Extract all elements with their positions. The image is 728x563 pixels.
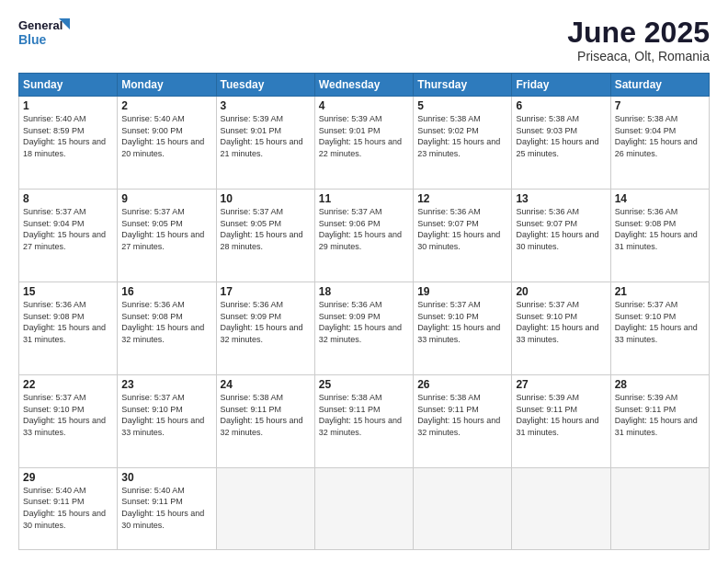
calendar-cell: 13Sunrise: 5:36 AMSunset: 9:07 PMDayligh… (512, 190, 610, 282)
day-info: Sunrise: 5:37 AMSunset: 9:10 PMDaylight:… (516, 299, 606, 345)
col-tuesday: Tuesday (216, 74, 314, 97)
calendar-table: Sunday Monday Tuesday Wednesday Thursday… (18, 73, 710, 550)
day-info: Sunrise: 5:37 AMSunset: 9:10 PMDaylight:… (23, 392, 113, 438)
calendar-cell: 1Sunrise: 5:40 AMSunset: 8:59 PMDaylight… (19, 97, 118, 190)
day-info: Sunrise: 5:39 AMSunset: 9:01 PMDaylight:… (319, 113, 409, 159)
day-info: Sunrise: 5:38 AMSunset: 9:02 PMDaylight:… (417, 113, 507, 159)
day-info: Sunrise: 5:40 AMSunset: 8:59 PMDaylight:… (23, 113, 113, 159)
calendar-cell: 23Sunrise: 5:37 AMSunset: 9:10 PMDayligh… (118, 374, 216, 467)
day-number: 5 (417, 99, 507, 112)
col-sunday: Sunday (19, 74, 118, 97)
title-block: June 2025 Priseaca, Olt, Romania (567, 17, 710, 63)
day-number: 15 (23, 285, 113, 298)
calendar-cell: 10Sunrise: 5:37 AMSunset: 9:05 PMDayligh… (216, 190, 314, 282)
day-number: 23 (121, 378, 211, 391)
calendar-cell (512, 467, 610, 549)
month-title: June 2025 (567, 17, 710, 49)
page: General Blue June 2025 Priseaca, Olt, Ro… (0, 0, 728, 563)
calendar-cell (610, 467, 709, 549)
day-info: Sunrise: 5:40 AMSunset: 9:11 PMDaylight:… (121, 485, 211, 531)
calendar-cell: 21Sunrise: 5:37 AMSunset: 9:10 PMDayligh… (610, 282, 709, 375)
day-number: 16 (121, 285, 211, 298)
day-number: 4 (319, 99, 409, 112)
day-info: Sunrise: 5:36 AMSunset: 9:09 PMDaylight:… (319, 299, 409, 345)
day-number: 26 (417, 378, 507, 391)
calendar-cell: 7Sunrise: 5:38 AMSunset: 9:04 PMDaylight… (610, 97, 709, 190)
calendar-cell: 26Sunrise: 5:38 AMSunset: 9:11 PMDayligh… (414, 374, 512, 467)
calendar-cell: 2Sunrise: 5:40 AMSunset: 9:00 PMDaylight… (118, 97, 216, 190)
day-number: 30 (121, 471, 211, 484)
day-number: 11 (319, 192, 409, 205)
day-info: Sunrise: 5:37 AMSunset: 9:10 PMDaylight:… (417, 299, 507, 345)
location: Priseaca, Olt, Romania (567, 49, 710, 63)
day-info: Sunrise: 5:36 AMSunset: 9:08 PMDaylight:… (23, 299, 113, 345)
day-number: 20 (516, 285, 606, 298)
day-info: Sunrise: 5:37 AMSunset: 9:04 PMDaylight:… (23, 206, 113, 252)
svg-text:General: General (18, 18, 63, 32)
day-info: Sunrise: 5:40 AMSunset: 9:00 PMDaylight:… (121, 113, 211, 159)
day-info: Sunrise: 5:39 AMSunset: 9:11 PMDaylight:… (615, 392, 705, 438)
col-thursday: Thursday (414, 74, 512, 97)
calendar-cell: 5Sunrise: 5:38 AMSunset: 9:02 PMDaylight… (414, 97, 512, 190)
day-info: Sunrise: 5:39 AMSunset: 9:01 PMDaylight:… (221, 113, 311, 159)
day-info: Sunrise: 5:39 AMSunset: 9:11 PMDaylight:… (516, 392, 606, 438)
calendar-cell: 28Sunrise: 5:39 AMSunset: 9:11 PMDayligh… (610, 374, 709, 467)
day-info: Sunrise: 5:36 AMSunset: 9:07 PMDaylight:… (516, 206, 606, 252)
col-saturday: Saturday (610, 74, 709, 97)
day-number: 18 (319, 285, 409, 298)
calendar-cell: 6Sunrise: 5:38 AMSunset: 9:03 PMDaylight… (512, 97, 610, 190)
day-number: 29 (23, 471, 113, 484)
calendar-cell: 19Sunrise: 5:37 AMSunset: 9:10 PMDayligh… (414, 282, 512, 375)
calendar-cell: 22Sunrise: 5:37 AMSunset: 9:10 PMDayligh… (19, 374, 118, 467)
col-monday: Monday (118, 74, 216, 97)
day-number: 6 (516, 99, 606, 112)
day-info: Sunrise: 5:36 AMSunset: 9:09 PMDaylight:… (221, 299, 311, 345)
day-number: 13 (516, 192, 606, 205)
calendar-cell: 11Sunrise: 5:37 AMSunset: 9:06 PMDayligh… (314, 190, 413, 282)
day-number: 27 (516, 378, 606, 391)
calendar-cell: 16Sunrise: 5:36 AMSunset: 9:08 PMDayligh… (118, 282, 216, 375)
day-info: Sunrise: 5:37 AMSunset: 9:10 PMDaylight:… (615, 299, 705, 345)
calendar-cell: 9Sunrise: 5:37 AMSunset: 9:05 PMDaylight… (118, 190, 216, 282)
logo-svg: General Blue (18, 17, 70, 50)
day-info: Sunrise: 5:38 AMSunset: 9:03 PMDaylight:… (516, 113, 606, 159)
day-number: 1 (23, 99, 113, 112)
calendar-cell: 15Sunrise: 5:36 AMSunset: 9:08 PMDayligh… (19, 282, 118, 375)
day-info: Sunrise: 5:38 AMSunset: 9:11 PMDaylight:… (417, 392, 507, 438)
svg-text:Blue: Blue (18, 32, 47, 47)
calendar-header-row: Sunday Monday Tuesday Wednesday Thursday… (19, 74, 710, 97)
day-info: Sunrise: 5:37 AMSunset: 9:05 PMDaylight:… (221, 206, 311, 252)
day-number: 10 (221, 192, 311, 205)
header: General Blue June 2025 Priseaca, Olt, Ro… (18, 17, 710, 63)
day-number: 3 (221, 99, 311, 112)
day-info: Sunrise: 5:36 AMSunset: 9:07 PMDaylight:… (417, 206, 507, 252)
day-info: Sunrise: 5:36 AMSunset: 9:08 PMDaylight:… (615, 206, 705, 252)
calendar-cell: 12Sunrise: 5:36 AMSunset: 9:07 PMDayligh… (414, 190, 512, 282)
calendar-cell: 8Sunrise: 5:37 AMSunset: 9:04 PMDaylight… (19, 190, 118, 282)
day-number: 24 (221, 378, 311, 391)
calendar-cell: 4Sunrise: 5:39 AMSunset: 9:01 PMDaylight… (314, 97, 413, 190)
day-number: 14 (615, 192, 705, 205)
day-number: 21 (615, 285, 705, 298)
day-info: Sunrise: 5:38 AMSunset: 9:11 PMDaylight:… (319, 392, 409, 438)
calendar-cell: 30Sunrise: 5:40 AMSunset: 9:11 PMDayligh… (118, 467, 216, 549)
calendar-cell: 18Sunrise: 5:36 AMSunset: 9:09 PMDayligh… (314, 282, 413, 375)
calendar-cell: 27Sunrise: 5:39 AMSunset: 9:11 PMDayligh… (512, 374, 610, 467)
day-info: Sunrise: 5:37 AMSunset: 9:05 PMDaylight:… (121, 206, 211, 252)
calendar-cell: 25Sunrise: 5:38 AMSunset: 9:11 PMDayligh… (314, 374, 413, 467)
calendar-cell: 14Sunrise: 5:36 AMSunset: 9:08 PMDayligh… (610, 190, 709, 282)
col-friday: Friday (512, 74, 610, 97)
logo: General Blue (18, 17, 70, 50)
day-info: Sunrise: 5:40 AMSunset: 9:11 PMDaylight:… (23, 485, 113, 531)
day-number: 12 (417, 192, 507, 205)
day-number: 7 (615, 99, 705, 112)
calendar-cell (216, 467, 314, 549)
calendar-cell (414, 467, 512, 549)
calendar-cell: 3Sunrise: 5:39 AMSunset: 9:01 PMDaylight… (216, 97, 314, 190)
day-number: 8 (23, 192, 113, 205)
calendar-cell (314, 467, 413, 549)
day-info: Sunrise: 5:37 AMSunset: 9:06 PMDaylight:… (319, 206, 409, 252)
day-info: Sunrise: 5:38 AMSunset: 9:11 PMDaylight:… (221, 392, 311, 438)
calendar-cell: 24Sunrise: 5:38 AMSunset: 9:11 PMDayligh… (216, 374, 314, 467)
day-info: Sunrise: 5:38 AMSunset: 9:04 PMDaylight:… (615, 113, 705, 159)
